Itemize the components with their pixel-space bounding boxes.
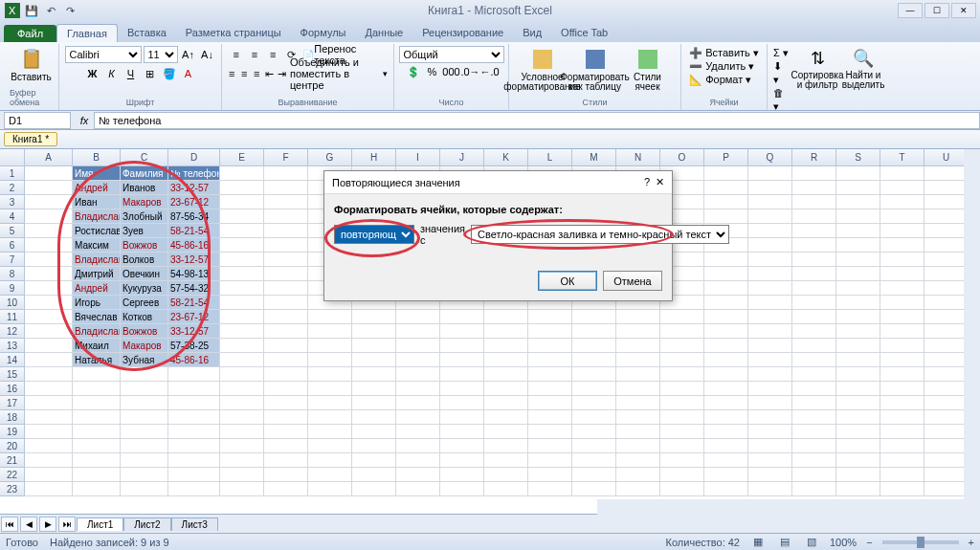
file-tab[interactable]: Файл: [4, 25, 56, 42]
cell[interactable]: [836, 181, 880, 195]
column-header[interactable]: P: [704, 149, 748, 166]
cell[interactable]: [836, 382, 880, 396]
cell[interactable]: [308, 425, 352, 439]
cell[interactable]: [880, 181, 924, 195]
align-bot-icon[interactable]: ≡: [265, 46, 281, 63]
column-header[interactable]: N: [616, 149, 660, 166]
cell[interactable]: 23-67-12: [168, 195, 220, 209]
cell[interactable]: [880, 482, 924, 496]
cell[interactable]: [704, 453, 748, 468]
cell[interactable]: [836, 339, 880, 353]
cell[interactable]: [748, 410, 792, 425]
number-format-select[interactable]: Общий: [399, 46, 504, 63]
cell[interactable]: [704, 166, 748, 181]
cell[interactable]: Владислав: [73, 209, 121, 224]
close-button[interactable]: ✕: [951, 3, 976, 18]
cell[interactable]: [352, 382, 396, 396]
row-header[interactable]: 8: [0, 267, 25, 281]
sheet-last-icon[interactable]: ⏭: [58, 517, 76, 532]
cell[interactable]: [352, 339, 396, 353]
cell[interactable]: [484, 439, 528, 453]
cell[interactable]: [264, 410, 308, 425]
cell[interactable]: [220, 396, 264, 410]
fill-color-icon[interactable]: 🪣: [161, 65, 178, 82]
cell[interactable]: [836, 296, 880, 310]
sort-filter-button[interactable]: ⇅Сортировка и фильтр: [794, 46, 840, 113]
cell[interactable]: [704, 396, 748, 410]
cell[interactable]: [924, 425, 969, 439]
cell[interactable]: [880, 310, 924, 324]
cell[interactable]: [121, 468, 168, 482]
column-header[interactable]: T: [880, 149, 924, 166]
cell[interactable]: [616, 410, 660, 425]
cell[interactable]: [25, 410, 73, 425]
cell[interactable]: [484, 396, 528, 410]
row-header[interactable]: 7: [0, 253, 25, 267]
cell[interactable]: [121, 396, 168, 410]
cell[interactable]: [528, 396, 572, 410]
cell[interactable]: [704, 253, 748, 267]
cell[interactable]: [924, 310, 969, 324]
cell[interactable]: № телефона: [168, 166, 220, 181]
fill-icon[interactable]: ⬇ ▾: [773, 59, 791, 86]
cell[interactable]: [792, 238, 836, 253]
cell[interactable]: [528, 353, 572, 367]
row-header[interactable]: 22: [0, 468, 25, 482]
cell[interactable]: Котков: [121, 310, 168, 324]
clear-icon[interactable]: 🗑 ▾: [773, 86, 791, 113]
cell[interactable]: [704, 195, 748, 209]
cell[interactable]: [168, 439, 220, 453]
cell[interactable]: [704, 482, 748, 496]
cell[interactable]: [704, 353, 748, 367]
cell[interactable]: [264, 482, 308, 496]
cell[interactable]: [121, 482, 168, 496]
cell[interactable]: [396, 324, 440, 339]
cell[interactable]: [792, 296, 836, 310]
row-header[interactable]: 6: [0, 238, 25, 253]
cell[interactable]: [748, 310, 792, 324]
view-layout-icon[interactable]: ▤: [776, 534, 793, 551]
cell[interactable]: [704, 324, 748, 339]
cell[interactable]: [748, 238, 792, 253]
cell[interactable]: Макаров: [121, 195, 168, 209]
cell[interactable]: [264, 253, 308, 267]
cell[interactable]: [792, 166, 836, 181]
cell[interactable]: [836, 425, 880, 439]
cell[interactable]: [396, 468, 440, 482]
column-header[interactable]: L: [528, 149, 572, 166]
format-style-select[interactable]: Светло-красная заливка и темно-красный т…: [471, 225, 729, 244]
cell[interactable]: [220, 410, 264, 425]
cell[interactable]: [352, 453, 396, 468]
font-color-icon[interactable]: A: [180, 65, 197, 82]
cell[interactable]: [308, 482, 352, 496]
cell[interactable]: [836, 209, 880, 224]
column-header[interactable]: Q: [748, 149, 792, 166]
cell[interactable]: [25, 195, 73, 209]
cell[interactable]: [880, 195, 924, 209]
cell[interactable]: [704, 339, 748, 353]
column-header[interactable]: O: [660, 149, 704, 166]
cell[interactable]: [660, 382, 704, 396]
cell[interactable]: [880, 267, 924, 281]
cell[interactable]: [748, 339, 792, 353]
cell[interactable]: [792, 396, 836, 410]
cell[interactable]: [25, 482, 73, 496]
cell[interactable]: [396, 353, 440, 367]
cell[interactable]: [616, 310, 660, 324]
row-header[interactable]: 1: [0, 166, 25, 181]
column-header[interactable]: I: [396, 149, 440, 166]
cell[interactable]: [836, 310, 880, 324]
cell[interactable]: [440, 396, 484, 410]
cell[interactable]: [528, 439, 572, 453]
cell[interactable]: [836, 238, 880, 253]
cell[interactable]: Дмитрий: [73, 267, 121, 281]
column-header[interactable]: A: [25, 149, 73, 166]
cell[interactable]: [924, 468, 969, 482]
align-mid-icon[interactable]: ≡: [246, 46, 262, 63]
row-header[interactable]: 2: [0, 181, 25, 195]
cell[interactable]: 23-67-12: [168, 310, 220, 324]
cell[interactable]: [836, 267, 880, 281]
cell[interactable]: [25, 453, 73, 468]
cell[interactable]: [121, 410, 168, 425]
column-header[interactable]: F: [264, 149, 308, 166]
